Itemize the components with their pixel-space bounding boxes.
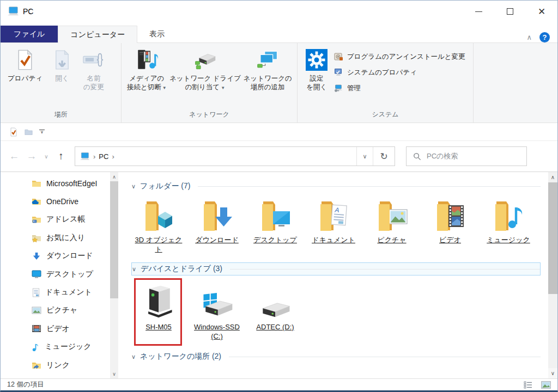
window-controls: ✕ (463, 1, 557, 22)
scroll-down-icon[interactable]: ∨ (548, 368, 557, 378)
media-connect-button[interactable]: メディアの接続と切断▼ (125, 47, 168, 93)
tab-computer[interactable]: コンピューター (58, 26, 137, 43)
sidebar-item-favorites[interactable]: お気に入り (1, 229, 110, 247)
manage-icon (333, 83, 343, 93)
item-label[interactable]: Windows-SSD (C:) (194, 323, 240, 341)
large-icons-view-icon[interactable] (541, 381, 551, 389)
item-label[interactable]: ADTEC (D:) (256, 323, 294, 332)
main-area: MicrosoftEdgeI OneDrive アドレス帳 お気に入り ダウンロ… (1, 172, 557, 378)
help-icon[interactable]: ? (539, 32, 550, 42)
sidebar-scrollbar[interactable]: ∧ ∨ (110, 172, 118, 378)
customize-qat-icon[interactable]: ∨ (39, 130, 45, 134)
folder-item-music[interactable]: ミュージック (481, 198, 536, 255)
item-label[interactable]: ダウンロード (195, 236, 239, 245)
maximize-button[interactable] (494, 1, 526, 22)
sidebar-item-music[interactable]: ミュージック (1, 338, 110, 356)
windows-drive-icon (198, 280, 235, 322)
sidebar-item-links[interactable]: リンク (1, 356, 110, 374)
close-icon: ✕ (538, 7, 545, 16)
up-button[interactable]: ↑ (54, 150, 68, 162)
tab-view[interactable]: 表示 (137, 26, 177, 42)
open-button: 開く (46, 47, 78, 84)
recent-locations-icon[interactable]: ∨ (42, 154, 51, 160)
section-header-folders[interactable]: ∨ フォルダー (7) (131, 180, 541, 193)
explorer-window: PC ✕ ファイル コンピューター 表示 ∧ ? (0, 0, 558, 392)
item-label[interactable]: ミュージック (487, 236, 530, 245)
tabbar-right: ∧ ? (526, 32, 557, 42)
media-server-icon (135, 48, 158, 71)
refresh-button[interactable]: ↻ (373, 147, 395, 166)
qat-properties-icon[interactable] (9, 127, 18, 137)
window-title: PC (23, 7, 33, 16)
address-bar[interactable]: › PC › ∨ ↻ (75, 146, 395, 166)
search-placeholder: PCの検索 (427, 151, 458, 161)
close-button[interactable]: ✕ (526, 1, 557, 22)
minimize-button[interactable] (463, 1, 494, 22)
item-label[interactable]: 3D オブジェクト (134, 236, 184, 254)
item-label[interactable]: ドキュメント (312, 236, 355, 245)
sidebar-item-videos[interactable]: ビデオ (1, 320, 110, 338)
sidebar-item-downloads[interactable]: ダウンロード (1, 247, 110, 265)
properties-button[interactable]: プロパティ (4, 47, 46, 84)
back-button[interactable]: ← (7, 150, 21, 162)
section-chevron-icon[interactable]: ∨ (131, 353, 136, 360)
content-scrollbar[interactable]: ∧ ∨ (548, 172, 557, 378)
details-view-icon[interactable] (524, 381, 532, 389)
device-item-adtec[interactable]: ADTEC (D:) (248, 280, 302, 341)
manage-button[interactable]: 管理 (332, 82, 470, 94)
navigation-pane: MicrosoftEdgeI OneDrive アドレス帳 お気に入り ダウンロ… (1, 172, 118, 378)
folder-item-desktop[interactable]: デスクトップ (248, 198, 302, 255)
folder-item-3d-objects[interactable]: 3D オブジェクト (131, 198, 186, 255)
system-properties-button[interactable]: システムのプロパティ (332, 66, 470, 78)
scroll-up-icon[interactable]: ∧ (110, 172, 118, 181)
folder-item-pictures[interactable]: ピクチャ (365, 198, 419, 255)
map-network-drive-button[interactable]: ネットワーク ドライブの割り当て▼ (168, 47, 241, 93)
section-chevron-icon[interactable]: ∨ (132, 266, 136, 273)
sidebar-scroll-thumb[interactable] (110, 181, 118, 298)
open-settings-button[interactable]: 設定を開く (301, 47, 332, 93)
sidebar-item-contacts[interactable]: アドレス帳 (1, 211, 110, 229)
folders-row: 3D オブジェクト ダウンロード (131, 198, 548, 255)
documents-folder-icon: A (315, 198, 352, 235)
sidebar-item-onedrive[interactable]: OneDrive (1, 192, 110, 210)
crumb-separator-icon: › (93, 152, 95, 161)
forward-button[interactable]: → (25, 150, 39, 162)
section-header-network[interactable]: ∨ ネットワークの場所 (2) (131, 350, 541, 363)
item-label[interactable]: SH-M05 (145, 323, 172, 332)
item-label[interactable]: デスクトップ (253, 236, 297, 245)
content-scroll-thumb[interactable] (548, 182, 557, 294)
device-item-windows-ssd[interactable]: Windows-SSD (C:) (190, 280, 244, 341)
folder-item-videos[interactable]: ビデオ (423, 198, 477, 255)
scroll-down-icon[interactable]: ∨ (110, 369, 118, 378)
crumb-separator-icon: › (112, 152, 114, 161)
breadcrumb-pc[interactable]: PC (99, 152, 108, 161)
sidebar-item-microsoftedge[interactable]: MicrosoftEdgeI (1, 174, 110, 192)
item-label[interactable]: ビデオ (439, 236, 461, 245)
section-header-devices[interactable]: ∨ デバイスとドライブ (3) (131, 262, 541, 275)
rename-button: 名前の変更 (78, 47, 110, 93)
folder-item-documents[interactable]: A ドキュメント (306, 198, 361, 255)
uninstall-program-button[interactable]: プログラムのアンインストールと変更 (332, 51, 470, 63)
system-properties-icon (333, 68, 343, 77)
sidebar-item-documents[interactable]: ドキュメント (1, 283, 110, 301)
open-icon (51, 48, 74, 71)
sidebar-item-desktop[interactable]: デスクトップ (1, 265, 110, 283)
group-label-system: システム (298, 107, 473, 122)
tab-file[interactable]: ファイル (1, 26, 58, 42)
status-bar: 12 個の項目 (1, 378, 557, 390)
title-bar: PC ✕ (1, 1, 557, 22)
add-network-location-button[interactable]: ネットワークの場所の追加 (241, 47, 294, 93)
section-chevron-icon[interactable]: ∨ (131, 183, 136, 190)
device-item-sh-m05[interactable]: SH-M05 (131, 280, 186, 341)
collapse-ribbon-icon[interactable]: ∧ (526, 33, 532, 41)
folder-item-downloads[interactable]: ダウンロード (190, 198, 244, 255)
favorites-folder-icon (32, 234, 41, 242)
item-label[interactable]: ピクチャ (377, 236, 406, 245)
music-icon (32, 342, 40, 352)
search-box[interactable]: PCの検索 (406, 146, 527, 166)
qat-folder-icon[interactable] (25, 128, 33, 136)
folder-icon (32, 179, 41, 188)
sidebar-item-pictures[interactable]: ピクチャ (1, 302, 110, 320)
address-dropdown-button[interactable]: ∨ (356, 147, 373, 166)
scroll-up-icon[interactable]: ∧ (548, 172, 557, 182)
